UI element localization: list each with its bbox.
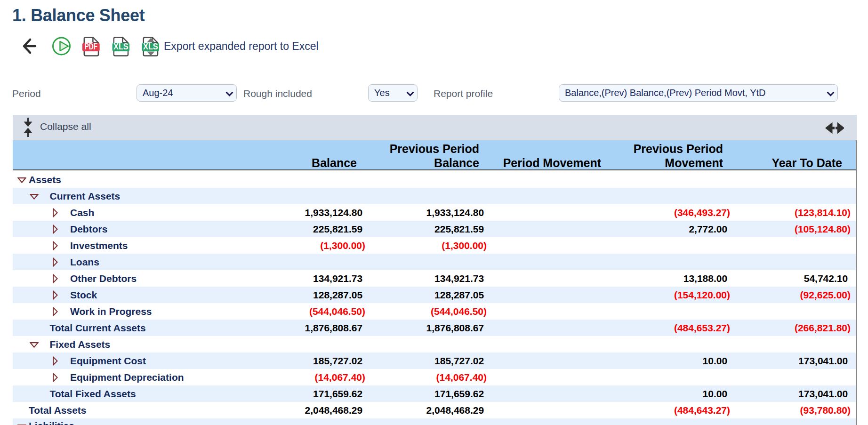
svg-text:XLS: XLS [143, 41, 158, 51]
svg-text:XLS: XLS [113, 41, 129, 51]
svg-text:PDF: PDF [85, 41, 97, 52]
